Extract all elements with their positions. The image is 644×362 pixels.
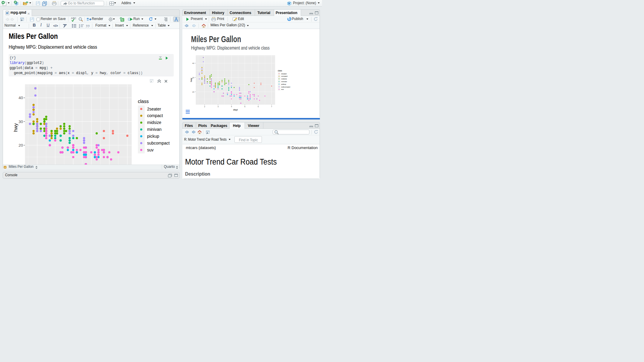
- svg-text:minivan: minivan: [281, 81, 287, 82]
- svg-text:7: 7: [271, 106, 272, 108]
- svg-text:midsize: midsize: [281, 78, 287, 80]
- svg-text:20: 20: [19, 143, 23, 148]
- svg-text:compact: compact: [281, 75, 288, 77]
- svg-text:2: 2: [204, 106, 205, 108]
- svg-text:2: 2: [79, 26, 80, 28]
- svg-text:pickup: pickup: [147, 134, 159, 139]
- svg-text:subcompact: subcompact: [147, 141, 170, 145]
- svg-text:3: 3: [218, 106, 219, 108]
- svg-text:20: 20: [192, 91, 194, 93]
- svg-text:”: ”: [86, 24, 90, 28]
- svg-text:class: class: [278, 70, 282, 72]
- svg-text:displ: displ: [233, 108, 238, 111]
- svg-text:hwy: hwy: [190, 78, 193, 82]
- svg-text:midsize: midsize: [147, 120, 161, 125]
- svg-text:suv: suv: [281, 88, 284, 90]
- svg-text:40: 40: [192, 62, 194, 64]
- svg-text:suv: suv: [147, 148, 154, 152]
- svg-text:2seater: 2seater: [281, 73, 287, 75]
- svg-text:R: R: [288, 2, 290, 5]
- svg-text:30: 30: [19, 119, 23, 124]
- svg-text:5: 5: [244, 106, 245, 108]
- svg-text:hwy: hwy: [13, 123, 18, 132]
- svg-text:4: 4: [231, 106, 232, 108]
- svg-text:class: class: [138, 99, 149, 104]
- svg-text:subcompact: subcompact: [281, 86, 291, 88]
- svg-text:pickup: pickup: [281, 83, 286, 85]
- svg-text:6: 6: [258, 106, 259, 108]
- svg-text:1: 1: [79, 24, 80, 26]
- svg-text:minivan: minivan: [147, 127, 161, 132]
- svg-text:40: 40: [19, 96, 23, 100]
- svg-text:2seater: 2seater: [147, 107, 161, 111]
- svg-text:compact: compact: [147, 113, 163, 118]
